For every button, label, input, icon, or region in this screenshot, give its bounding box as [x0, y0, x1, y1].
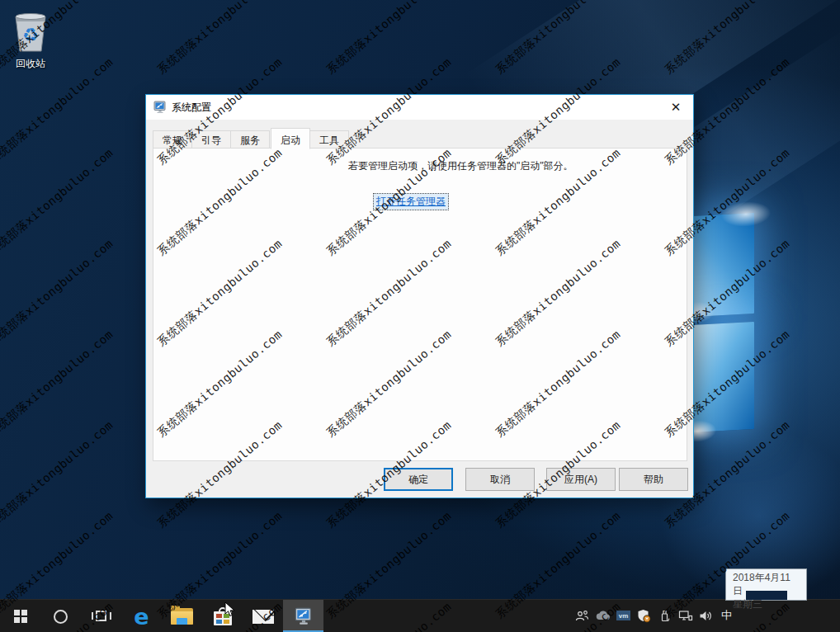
start-button[interactable]	[0, 600, 40, 632]
msconfig-taskbar-button[interactable]	[283, 600, 323, 632]
apply-button[interactable]: 应用(A)	[546, 468, 616, 491]
task-view-icon	[92, 610, 111, 623]
close-button[interactable]: ✕	[666, 98, 686, 116]
tab-strip: 常规 引导 服务 启动 工具	[153, 128, 349, 149]
tab-general[interactable]: 常规	[153, 130, 192, 149]
help-button[interactable]: 帮助	[619, 468, 688, 491]
vmware-tray-button[interactable]: vm	[613, 599, 634, 632]
dialog-title: 系统配置	[172, 101, 666, 115]
desktop: ♻ 回收站 系统配置 ✕ 常规 引导 服务 启动 工具 若要管理启动项，请使用任…	[0, 0, 840, 632]
mail-icon	[252, 610, 274, 624]
recycle-bin-label: 回收站	[5, 57, 56, 71]
watermark-text: 系统部落xitongbuluo.com	[154, 0, 286, 78]
onedrive-tray-button[interactable]	[592, 599, 613, 632]
tooltip-selection-artifact	[746, 591, 787, 600]
watermark-text: 系统部落xitongbuluo.com	[662, 0, 793, 78]
edge-icon: e	[134, 606, 149, 628]
cortana-search-button[interactable]	[40, 600, 81, 632]
file-explorer-icon	[171, 608, 193, 625]
startup-note: 若要管理启动项，请使用任务管理器的"启动"部分。	[348, 159, 573, 173]
tab-startup[interactable]: 启动	[271, 128, 310, 149]
system-tray: vm	[572, 599, 737, 632]
wallpaper-windows-logo	[691, 213, 754, 432]
open-task-manager-link[interactable]: 打开任务管理器	[373, 193, 449, 210]
recycle-bin-icon: ♻	[11, 10, 50, 54]
volume-icon	[699, 610, 713, 622]
clock-date-tooltip: 2018年4月11日 星期三	[725, 568, 807, 601]
defender-shield-icon	[637, 609, 651, 623]
system-configuration-dialog: 系统配置 ✕ 常规 引导 服务 启动 工具 若要管理启动项，请使用任务管理器的"…	[145, 94, 694, 498]
watermark-text: 系统部落xitongbuluo.com	[0, 237, 116, 350]
onedrive-cloud-icon	[596, 611, 611, 620]
mail-taskbar-button[interactable]	[243, 600, 283, 632]
store-taskbar-button[interactable]	[202, 600, 243, 632]
startup-tab-page: 若要管理启动项，请使用任务管理器的"启动"部分。 打开任务管理器	[153, 148, 687, 461]
watermark-text: 系统部落xitongbuluo.com	[0, 55, 116, 168]
watermark-text: 系统部落xitongbuluo.com	[493, 0, 624, 78]
dialog-titlebar[interactable]: 系统配置 ✕	[146, 95, 693, 120]
watermark-text: 系统部落xitongbuluo.com	[0, 418, 116, 531]
watermark-text: 系统部落xitongbuluo.com	[323, 0, 455, 78]
mouse-cursor	[224, 601, 236, 618]
watermark-text: 系统部落xitongbuluo.com	[0, 328, 116, 441]
defender-tray-button[interactable]	[634, 599, 654, 632]
file-explorer-taskbar-button[interactable]	[162, 600, 202, 632]
people-icon	[575, 610, 589, 622]
tab-services[interactable]: 服务	[231, 130, 270, 149]
recycle-bin-desktop-icon[interactable]: ♻ 回收站	[5, 10, 56, 71]
volume-tray-button[interactable]	[696, 599, 716, 632]
task-view-button[interactable]	[81, 600, 121, 632]
vmware-icon: vm	[616, 611, 630, 620]
cancel-button[interactable]: 取消	[465, 468, 535, 491]
edge-taskbar-button[interactable]: e	[121, 600, 162, 632]
msconfig-icon	[295, 607, 313, 625]
svg-text:♻: ♻	[22, 25, 39, 45]
windows-logo-icon	[14, 610, 27, 623]
tab-tools[interactable]: 工具	[310, 130, 349, 149]
ok-button[interactable]: 确定	[384, 468, 453, 491]
people-tray-button[interactable]	[572, 599, 592, 632]
network-icon	[678, 610, 693, 622]
cortana-icon	[54, 610, 68, 624]
usb-device-icon	[659, 609, 671, 623]
watermark-text: 系统部落xitongbuluo.com	[0, 146, 116, 259]
msconfig-icon	[153, 101, 167, 114]
network-tray-button[interactable]	[675, 599, 696, 632]
usb-eject-tray-button[interactable]	[654, 599, 675, 632]
tab-boot[interactable]: 引导	[192, 130, 231, 149]
